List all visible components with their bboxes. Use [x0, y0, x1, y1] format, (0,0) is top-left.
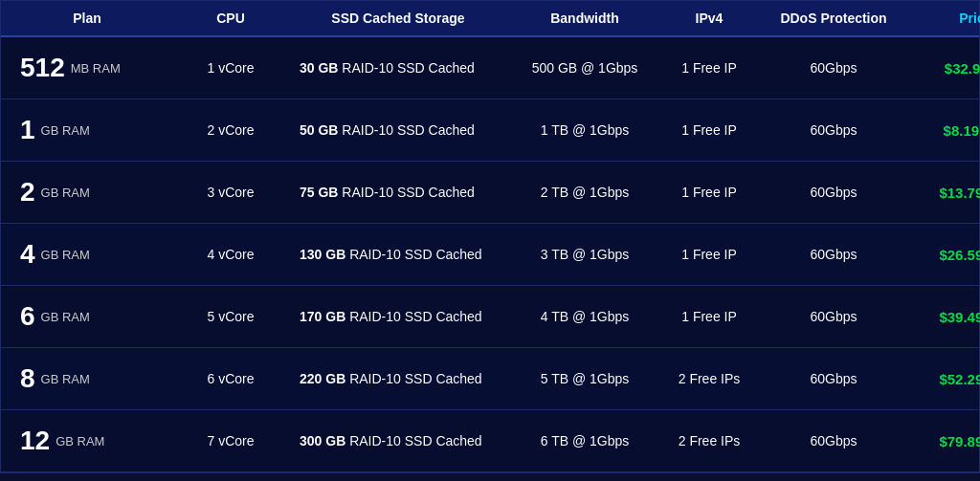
storage-text: 130 GB RAID-10 SSD Cached: [300, 247, 482, 262]
plan-cell: 4 GB RAM: [1, 224, 173, 285]
pricing-cell: $39.49 /month: [910, 286, 980, 347]
storage-text: 50 GB RAID-10 SSD Cached: [300, 122, 475, 138]
cpu-cell: 7 vCore: [173, 410, 288, 471]
pricing-amount: $79.89: [939, 433, 980, 449]
pricing-amount: $52.29: [939, 371, 980, 387]
storage-cell: 220 GB RAID-10 SSD Cached: [288, 348, 508, 409]
table-row[interactable]: 4 GB RAM 4 vCore 130 GB RAID-10 SSD Cach…: [1, 224, 979, 286]
header-ddos: DDoS Protection: [757, 1, 910, 35]
ipv4-cell: 1 Free IP: [661, 37, 757, 98]
plan-cell: 8 GB RAM: [1, 348, 173, 409]
ddos-cell: 60Gbps: [757, 410, 910, 471]
pricing-cell: $52.29 /month: [910, 348, 980, 409]
storage-cell: 170 GB RAID-10 SSD Cached: [288, 286, 508, 347]
ddos-cell: 60Gbps: [757, 99, 910, 161]
storage-cell: 30 GB RAID-10 SSD Cached: [288, 37, 508, 98]
table-row[interactable]: 8 GB RAM 6 vCore 220 GB RAID-10 SSD Cach…: [1, 348, 979, 410]
pricing-amount: $26.59: [939, 247, 980, 263]
ipv4-cell: 1 Free IP: [661, 99, 757, 161]
plan-unit: GB RAM: [41, 123, 90, 138]
storage-text: 75 GB RAID-10 SSD Cached: [300, 185, 475, 200]
header-plan: Plan: [1, 1, 173, 35]
storage-text: 220 GB RAID-10 SSD Cached: [300, 371, 482, 386]
plan-cell: 12 GB RAM: [1, 410, 173, 471]
ipv4-cell: 1 Free IP: [661, 162, 757, 223]
bandwidth-cell: 500 GB @ 1Gbps: [508, 37, 661, 98]
table-body: 512 MB RAM 1 vCore 30 GB RAID-10 SSD Cac…: [1, 37, 979, 472]
bandwidth-cell: 1 TB @ 1Gbps: [508, 99, 661, 161]
ddos-cell: 60Gbps: [757, 224, 910, 285]
storage-cell: 75 GB RAID-10 SSD Cached: [288, 162, 508, 223]
cpu-cell: 6 vCore: [173, 348, 288, 409]
table-row[interactable]: 6 GB RAM 5 vCore 170 GB RAID-10 SSD Cach…: [1, 286, 979, 348]
pricing-amount: $13.79: [939, 185, 980, 201]
table-header: Plan CPU SSD Cached Storage Bandwidth IP…: [1, 1, 979, 37]
pricing-table: Plan CPU SSD Cached Storage Bandwidth IP…: [0, 0, 980, 473]
plan-number: 6: [20, 301, 35, 332]
plan-number: 4: [20, 239, 35, 270]
plan-unit: GB RAM: [41, 372, 90, 386]
ipv4-cell: 2 Free IPs: [661, 410, 757, 471]
pricing-cell: $32.99 /year: [910, 37, 980, 98]
storage-text: 30 GB RAID-10 SSD Cached: [300, 60, 475, 76]
cpu-cell: 1 vCore: [173, 37, 288, 98]
ipv4-cell: 1 Free IP: [661, 286, 757, 347]
plan-number: 12: [20, 426, 50, 456]
header-pricing: Pricing: [910, 1, 980, 35]
table-row[interactable]: 12 GB RAM 7 vCore 300 GB RAID-10 SSD Cac…: [1, 410, 979, 472]
plan-unit: GB RAM: [41, 186, 90, 200]
pricing-cell: $8.19 /month: [910, 99, 980, 161]
plan-cell: 6 GB RAM: [1, 286, 173, 347]
bandwidth-cell: 5 TB @ 1Gbps: [508, 348, 661, 409]
cpu-cell: 4 vCore: [173, 224, 288, 285]
storage-cell: 50 GB RAID-10 SSD Cached: [288, 99, 508, 161]
pricing-cell: $79.89 /month: [910, 410, 980, 471]
header-storage: SSD Cached Storage: [288, 1, 508, 35]
plan-unit: GB RAM: [41, 248, 90, 262]
plan-number: 2: [20, 177, 35, 208]
header-cpu: CPU: [173, 1, 288, 35]
ipv4-cell: 2 Free IPs: [661, 348, 757, 409]
plan-unit: GB RAM: [56, 434, 104, 448]
ddos-cell: 60Gbps: [757, 37, 910, 98]
bandwidth-cell: 2 TB @ 1Gbps: [508, 162, 661, 223]
bandwidth-cell: 3 TB @ 1Gbps: [508, 224, 661, 285]
header-ipv4: IPv4: [661, 1, 757, 35]
ddos-cell: 60Gbps: [757, 162, 910, 223]
header-bandwidth: Bandwidth: [508, 1, 661, 35]
plan-number: 8: [20, 363, 35, 394]
cpu-cell: 5 vCore: [173, 286, 288, 347]
plan-unit: GB RAM: [41, 310, 90, 324]
pricing-amount: $8.19: [944, 122, 980, 139]
plan-cell: 2 GB RAM: [1, 162, 173, 223]
ddos-cell: 60Gbps: [757, 286, 910, 347]
plan-number: 1: [20, 115, 35, 145]
bandwidth-cell: 6 TB @ 1Gbps: [508, 410, 661, 471]
storage-text: 300 GB RAID-10 SSD Cached: [300, 433, 482, 448]
table-row[interactable]: 2 GB RAM 3 vCore 75 GB RAID-10 SSD Cache…: [1, 162, 979, 224]
plan-unit: MB RAM: [71, 61, 121, 76]
storage-cell: 130 GB RAID-10 SSD Cached: [288, 224, 508, 285]
plan-cell: 512 MB RAM: [1, 37, 173, 98]
pricing-amount: $39.49: [939, 309, 980, 325]
plan-number: 512: [20, 53, 65, 83]
cpu-cell: 2 vCore: [173, 99, 288, 161]
table-row[interactable]: 1 GB RAM 2 vCore 50 GB RAID-10 SSD Cache…: [1, 99, 979, 162]
storage-text: 170 GB RAID-10 SSD Cached: [300, 309, 482, 324]
cpu-cell: 3 vCore: [173, 162, 288, 223]
bandwidth-cell: 4 TB @ 1Gbps: [508, 286, 661, 347]
pricing-cell: $26.59 /month: [910, 224, 980, 285]
ipv4-cell: 1 Free IP: [661, 224, 757, 285]
pricing-amount: $32.99: [945, 60, 980, 77]
storage-cell: 300 GB RAID-10 SSD Cached: [288, 410, 508, 471]
ddos-cell: 60Gbps: [757, 348, 910, 409]
table-row[interactable]: 512 MB RAM 1 vCore 30 GB RAID-10 SSD Cac…: [1, 37, 979, 99]
plan-cell: 1 GB RAM: [1, 99, 173, 161]
pricing-cell: $13.79 /month: [910, 162, 980, 223]
